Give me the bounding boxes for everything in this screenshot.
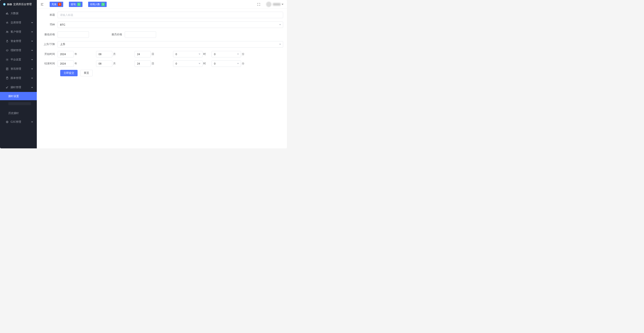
sidebar-toggle-button[interactable] [40, 2, 44, 6]
unit-hour: 时 [203, 52, 206, 56]
sidebar-subitem-label: 插针设置 [8, 94, 19, 98]
direction-label: 上升/下降 [40, 43, 58, 46]
unit-month: 月 [113, 52, 116, 56]
clipboard-icon [6, 77, 9, 80]
user-name-redacted [273, 3, 280, 6]
fullscreen-button[interactable] [257, 3, 260, 6]
chevron-down-icon [31, 22, 33, 24]
topbar-deposit-button[interactable]: 充值 3 [50, 2, 63, 7]
sidebar-item-funds[interactable]: 资金管理 [0, 36, 37, 46]
topbar-online-label: 在线人数 [90, 3, 100, 6]
sidebar-item-label: 理财管理 [10, 49, 31, 52]
sidebar-subitem-redacted[interactable] [0, 102, 37, 109]
svg-point-5 [7, 59, 8, 60]
unit-year: 年 [74, 52, 77, 56]
svg-rect-2 [8, 14, 8, 14]
chevron-down-icon [31, 121, 33, 123]
chevron-down-icon [282, 4, 284, 5]
chevron-down-icon [31, 59, 33, 60]
start-day-input[interactable] [134, 51, 151, 58]
end-year-input[interactable] [58, 60, 74, 67]
sidebar-item-label: C2C管理 [10, 120, 31, 124]
document-icon [6, 68, 9, 70]
sidebar-item-label: 大数据 [10, 12, 33, 15]
users-icon [6, 30, 9, 34]
start-month-input[interactable] [96, 51, 112, 58]
start-hour-value: 0 [176, 53, 177, 56]
reset-button[interactable]: 重置 [80, 70, 93, 76]
brand-logo-icon [3, 3, 6, 6]
end-hour-value: 0 [176, 62, 177, 65]
start-year-input[interactable] [58, 51, 74, 58]
title-label: 标题 [40, 13, 58, 16]
start-time-label: 开始时间 [40, 52, 58, 56]
sidebar-header: BiB 交易所后台管理 [0, 0, 37, 9]
sidebar-item-bigdata[interactable]: 大数据 [0, 9, 37, 18]
submit-button[interactable]: 立即提交 [60, 70, 78, 76]
sidebar-item-platform[interactable]: 平台设置 [0, 55, 37, 64]
chevron-down-icon [198, 54, 200, 55]
max-price-input[interactable] [125, 31, 156, 38]
chevron-down-icon [31, 68, 33, 70]
sidebar-subitem-pin-history[interactable]: 历史插针 [0, 109, 37, 117]
svg-point-11 [7, 122, 8, 122]
sidebar-item-label: 插针管理 [10, 86, 31, 89]
chevron-down-icon [31, 50, 33, 51]
start-minute-value: 0 [214, 53, 216, 56]
chevron-down-icon [279, 44, 281, 45]
sidebar-subitem-pin-settings[interactable]: 插针设置 [0, 92, 37, 100]
exchange-icon [6, 21, 9, 24]
unit-minute: 分 [242, 52, 244, 56]
unit-day: 日 [152, 52, 154, 56]
sidebar-item-copytrade[interactable]: 跟单管理 [0, 74, 37, 83]
form-content: 标题 币种 BTC 最低价格 最高价格 上升/下降 [37, 9, 287, 148]
start-minute-select[interactable]: 0 [212, 51, 241, 58]
end-minute-value: 0 [214, 62, 216, 65]
coin-label: 币种 [40, 23, 58, 26]
sidebar-item-finance[interactable]: 理财管理 [0, 46, 37, 55]
chevron-down-icon [198, 63, 200, 64]
topbar-online-button[interactable]: 在线人数 1 [88, 2, 107, 7]
max-price-label: 最高价格 [112, 33, 125, 36]
sidebar-item-label: 平台设置 [10, 58, 31, 61]
direction-select-value: 上升 [60, 43, 65, 46]
sidebar-item-customers[interactable]: 客户管理 [0, 27, 37, 36]
sidebar-item-pin[interactable]: 插针管理 [0, 83, 37, 92]
end-month-input[interactable] [96, 60, 112, 67]
chevron-down-icon [31, 77, 33, 79]
coin-select[interactable]: BTC [58, 22, 283, 28]
sidebar-item-c2c[interactable]: C2C管理 [0, 117, 37, 126]
topbar: 充值 3 提现 1 在线人数 1 [37, 0, 287, 9]
unit-year: 年 [74, 62, 77, 65]
topbar-withdraw-label: 提现 [71, 3, 76, 6]
sidebar-item-label: 资金管理 [10, 40, 31, 43]
sidebar-item-trading[interactable]: 交易管理 [0, 18, 37, 27]
direction-select[interactable]: 上升 [58, 41, 283, 48]
chevron-down-icon [279, 24, 281, 25]
user-menu[interactable] [266, 2, 284, 7]
withdraw-badge: 1 [77, 3, 80, 6]
topbar-deposit-label: 充值 [52, 3, 56, 6]
app-root: BiB 交易所后台管理 大数据 交易管理 客户管理 资金管理 [0, 0, 287, 148]
sidebar-item-label: 交易管理 [10, 21, 31, 24]
end-minute-select[interactable]: 0 [212, 60, 241, 67]
svg-point-3 [6, 31, 7, 32]
unit-month: 月 [113, 62, 116, 65]
end-hour-select[interactable]: 0 [173, 60, 202, 67]
start-hour-select[interactable]: 0 [173, 51, 202, 58]
title-input[interactable] [58, 12, 283, 18]
min-price-input[interactable] [58, 31, 89, 38]
unit-day: 日 [152, 62, 154, 65]
piggybank-icon [6, 49, 9, 52]
deposit-badge: 3 [58, 3, 61, 6]
topbar-withdraw-button[interactable]: 提现 1 [69, 2, 82, 7]
unit-hour: 时 [203, 62, 206, 65]
chevron-down-icon [31, 31, 33, 33]
brand-name: BiB [7, 3, 12, 6]
sidebar-item-label: 跟单管理 [10, 76, 31, 80]
chevron-down-icon [237, 54, 239, 55]
svg-point-10 [6, 121, 8, 123]
sidebar-item-news[interactable]: 资讯管理 [0, 64, 37, 74]
key-icon [6, 86, 9, 89]
end-day-input[interactable] [134, 60, 151, 67]
